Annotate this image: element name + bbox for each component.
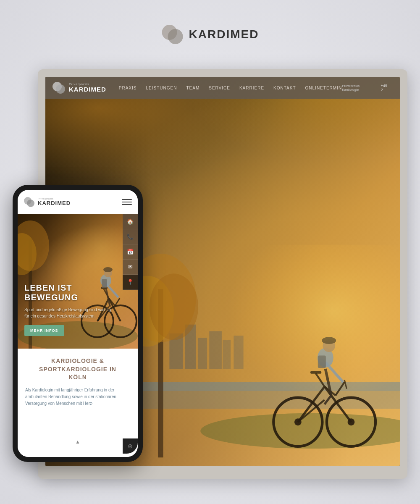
- desktop-nav-logo-icon: [52, 81, 66, 94]
- desktop-nav-items: PRAXIS LEISTUNGEN TEAM SERVICE KARRIERE …: [119, 86, 342, 90]
- desktop-nav-logo-text: Privatpraxis KARDIMED: [69, 83, 106, 93]
- top-logo-icon: [161, 23, 184, 46]
- mobile-logo-name: KARDIMED: [38, 200, 71, 206]
- mobile-hero-title: LEBEN IST BEWEGUNG: [24, 283, 117, 302]
- nav-item-team[interactable]: TEAM: [186, 86, 200, 90]
- mobile-screen: Privatpraxis KARDIMED: [18, 190, 138, 457]
- nav-item-service[interactable]: SERVICE: [209, 86, 230, 90]
- mobile-cta-button[interactable]: MEHR INFOS: [24, 325, 64, 336]
- mobile-hero-content: LEBEN IST BEWEGUNG Sport und regelmäßige…: [24, 283, 117, 336]
- mobile-hero: LEBEN IST BEWEGUNG Sport und regelmäßige…: [18, 214, 138, 349]
- mobile-section-text: Als Kardiologin mit langjähriger Erfahru…: [25, 387, 130, 407]
- desktop-phone[interactable]: +49 2...: [381, 84, 393, 92]
- hamburger-menu[interactable]: [122, 199, 132, 205]
- top-logo-area: KARDIMED: [161, 23, 259, 46]
- bicycle-scene: [134, 116, 400, 466]
- desktop-nav-right-tagline: Privatpraxis Kardiologie: [342, 84, 376, 92]
- logo-bold-part: MED: [230, 28, 259, 41]
- top-logo-text: KARDIMED: [189, 28, 259, 41]
- side-icon-calendar[interactable]: 📅: [123, 244, 138, 260]
- mobile-hero-subtitle: Sport und regelmäßige Bewegung sind wich…: [24, 307, 117, 319]
- nav-item-kontakt[interactable]: KONTAKT: [273, 86, 296, 90]
- desktop-nav-logo: Privatpraxis KARDIMED: [52, 81, 106, 94]
- mobile-logo: Privatpraxis KARDIMED: [24, 196, 71, 208]
- side-icon-home[interactable]: 🏠: [123, 214, 138, 229]
- nav-item-karriere[interactable]: KARRIERE: [239, 86, 264, 90]
- desktop-nav-logo-name: KARDIMED: [69, 86, 106, 93]
- mobile-scroll-up[interactable]: ▲: [73, 437, 83, 447]
- desktop-nav: Privatpraxis KARDIMED PRAXIS LEISTUNGEN …: [45, 77, 400, 99]
- svg-rect-32: [134, 245, 400, 467]
- side-icon-mail[interactable]: ✉: [123, 260, 138, 275]
- side-icon-location[interactable]: 📍: [123, 275, 138, 290]
- mobile-logo-text: Privatpraxis KARDIMED: [38, 197, 71, 206]
- side-icon-phone[interactable]: 📞: [123, 229, 138, 244]
- nav-item-leistungen[interactable]: LEISTUNGEN: [146, 86, 177, 90]
- logo-light-part: KARDI: [189, 28, 231, 41]
- mobile-section-title: KARDIOLOGIE &SPORTKARDIOLOGIE INKÖLN: [25, 357, 130, 382]
- desktop-tagline: Privatpraxis: [69, 83, 106, 86]
- nav-item-praxis[interactable]: PRAXIS: [119, 86, 137, 90]
- mobile-header: Privatpraxis KARDIMED: [18, 190, 138, 214]
- mobile-mockup: Privatpraxis KARDIMED: [13, 185, 143, 462]
- nav-item-onlinetermin[interactable]: ONLINETERMIN: [305, 86, 342, 90]
- mobile-side-icons: 🏠 📞 📅 ✉ 📍: [123, 214, 138, 290]
- desktop-nav-right: Privatpraxis Kardiologie +49 2...: [342, 84, 393, 92]
- mobile-logo-icon: [24, 196, 35, 208]
